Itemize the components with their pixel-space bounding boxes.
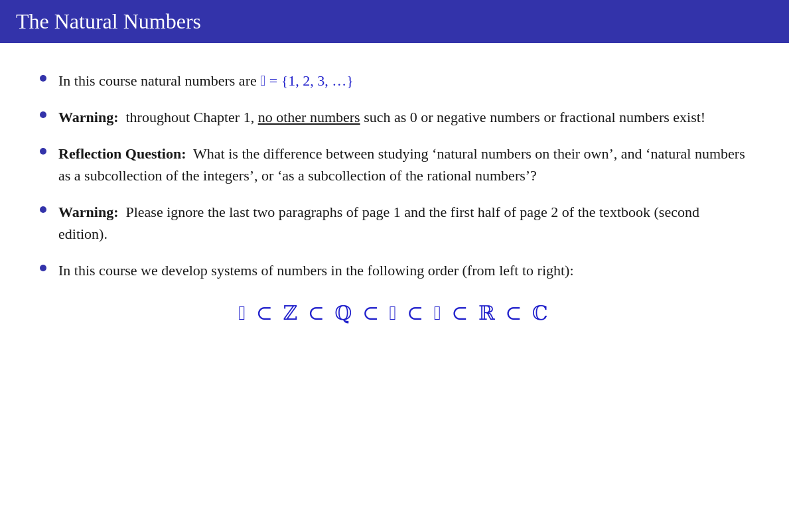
bullet-text-1: In this course natural numbers are 𝕅 = {… xyxy=(58,70,749,92)
bullet-text-4: Warning: Please ignore the last two para… xyxy=(58,201,749,245)
content-area: In this course natural numbers are 𝕅 = {… xyxy=(0,43,789,344)
bullet-dot xyxy=(40,111,46,118)
bullet-text-3: Reflection Question: What is the differe… xyxy=(58,143,749,186)
bullet-dot xyxy=(40,206,46,213)
bullet-dot xyxy=(40,75,46,82)
list-item: In this course natural numbers are 𝕅 = {… xyxy=(40,70,749,92)
header: The Natural Numbers xyxy=(0,0,789,43)
list-item: Reflection Question: What is the differe… xyxy=(40,143,749,186)
page-title: The Natural Numbers xyxy=(16,9,773,34)
math-display: 𝕅 ⊂ ℤ ⊂ ℚ ⊂ 𝒞 ⊂ 𝒜 ⊂ ℝ ⊂ ℂ xyxy=(40,301,749,324)
bullet-dot xyxy=(40,148,46,155)
bullet-text-5: In this course we develop systems of num… xyxy=(58,259,749,281)
bullet-dot xyxy=(40,265,46,271)
list-item: In this course we develop systems of num… xyxy=(40,259,749,281)
bullet-text-2: Warning: throughout Chapter 1, no other … xyxy=(58,106,749,128)
list-item: Warning: Please ignore the last two para… xyxy=(40,201,749,245)
bullet-list: In this course natural numbers are 𝕅 = {… xyxy=(40,70,749,281)
list-item: Warning: throughout Chapter 1, no other … xyxy=(40,106,749,128)
